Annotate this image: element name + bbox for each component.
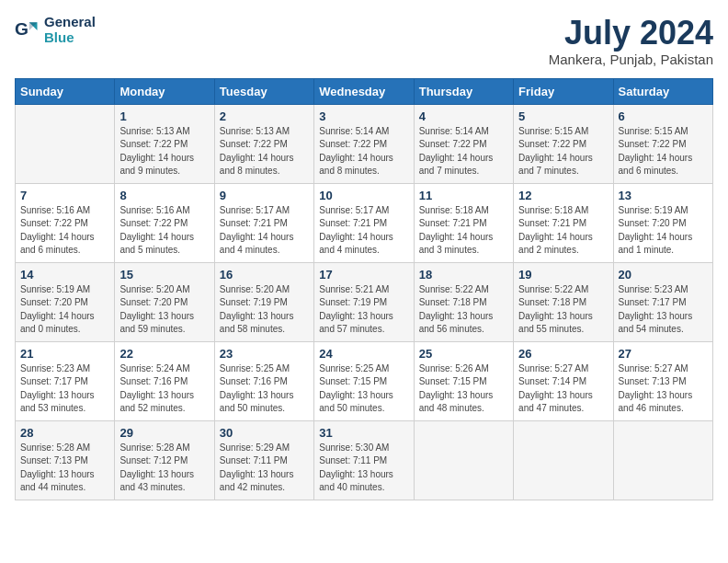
calendar-cell [16, 104, 115, 183]
logo-icon: G [15, 17, 40, 43]
day-number: 16 [220, 268, 309, 282]
day-info: Sunrise: 5:21 AMSunset: 7:19 PMDaylight:… [319, 283, 408, 337]
day-number: 5 [518, 109, 608, 123]
day-info: Sunrise: 5:18 AMSunset: 7:21 PMDaylight:… [419, 204, 508, 258]
day-number: 26 [518, 347, 608, 361]
calendar-cell [613, 420, 712, 500]
day-number: 31 [319, 426, 408, 440]
day-number: 6 [619, 109, 708, 123]
calendar-cell: 3Sunrise: 5:14 AMSunset: 7:22 PMDaylight… [314, 104, 414, 183]
day-info: Sunrise: 5:19 AMSunset: 7:20 PMDaylight:… [619, 204, 708, 258]
day-info: Sunrise: 5:15 AMSunset: 7:22 PMDaylight:… [518, 125, 608, 178]
day-info: Sunrise: 5:24 AMSunset: 7:16 PMDaylight:… [119, 362, 209, 416]
logo-text: General [44, 15, 96, 30]
day-number: 20 [619, 268, 708, 282]
day-info: Sunrise: 5:14 AMSunset: 7:22 PMDaylight:… [419, 125, 508, 178]
day-number: 21 [20, 347, 109, 361]
calendar-cell: 26Sunrise: 5:27 AMSunset: 7:14 PMDayligh… [514, 341, 613, 420]
header-sunday: Sunday [16, 78, 115, 104]
header-friday: Friday [514, 78, 613, 104]
day-info: Sunrise: 5:27 AMSunset: 7:13 PMDaylight:… [619, 362, 708, 416]
day-info: Sunrise: 5:30 AMSunset: 7:11 PMDaylight:… [319, 442, 408, 495]
calendar-cell: 23Sunrise: 5:25 AMSunset: 7:16 PMDayligh… [214, 341, 313, 420]
calendar-table: SundayMondayTuesdayWednesdayThursdayFrid… [15, 78, 713, 500]
calendar-cell: 12Sunrise: 5:18 AMSunset: 7:21 PMDayligh… [514, 183, 613, 262]
calendar-cell: 9Sunrise: 5:17 AMSunset: 7:21 PMDaylight… [214, 183, 313, 262]
day-number: 2 [220, 109, 309, 123]
calendar-cell: 11Sunrise: 5:18 AMSunset: 7:21 PMDayligh… [414, 183, 513, 262]
header-saturday: Saturday [613, 78, 712, 104]
calendar-cell: 1Sunrise: 5:13 AMSunset: 7:22 PMDaylight… [115, 104, 214, 183]
day-number: 17 [319, 268, 408, 282]
day-info: Sunrise: 5:17 AMSunset: 7:21 PMDaylight:… [319, 204, 408, 258]
day-info: Sunrise: 5:14 AMSunset: 7:22 PMDaylight:… [319, 125, 408, 178]
calendar-cell: 14Sunrise: 5:19 AMSunset: 7:20 PMDayligh… [16, 262, 115, 341]
day-number: 19 [518, 268, 608, 282]
day-info: Sunrise: 5:25 AMSunset: 7:16 PMDaylight:… [220, 362, 309, 416]
calendar-week-row: 7Sunrise: 5:16 AMSunset: 7:22 PMDaylight… [16, 183, 713, 262]
day-number: 18 [419, 268, 508, 282]
day-info: Sunrise: 5:26 AMSunset: 7:15 PMDaylight:… [419, 362, 508, 416]
day-number: 3 [319, 109, 408, 123]
calendar-cell: 5Sunrise: 5:15 AMSunset: 7:22 PMDaylight… [514, 104, 613, 183]
day-info: Sunrise: 5:22 AMSunset: 7:18 PMDaylight:… [419, 283, 508, 337]
day-info: Sunrise: 5:23 AMSunset: 7:17 PMDaylight:… [20, 362, 109, 416]
calendar-cell: 17Sunrise: 5:21 AMSunset: 7:19 PMDayligh… [314, 262, 414, 341]
day-number: 8 [119, 189, 209, 202]
calendar-week-row: 21Sunrise: 5:23 AMSunset: 7:17 PMDayligh… [16, 341, 713, 420]
calendar-cell: 29Sunrise: 5:28 AMSunset: 7:12 PMDayligh… [115, 420, 214, 500]
day-number: 22 [119, 347, 209, 361]
calendar-cell [414, 420, 513, 500]
calendar-cell: 21Sunrise: 5:23 AMSunset: 7:17 PMDayligh… [16, 341, 115, 420]
day-number: 9 [220, 189, 309, 202]
logo-blue-text: Blue [44, 30, 96, 46]
day-number: 4 [419, 109, 508, 123]
day-info: Sunrise: 5:13 AMSunset: 7:22 PMDaylight:… [119, 125, 209, 178]
calendar-cell: 16Sunrise: 5:20 AMSunset: 7:19 PMDayligh… [214, 262, 313, 341]
day-number: 28 [20, 426, 109, 440]
day-info: Sunrise: 5:22 AMSunset: 7:18 PMDaylight:… [518, 283, 608, 337]
day-info: Sunrise: 5:16 AMSunset: 7:22 PMDaylight:… [20, 204, 109, 258]
day-info: Sunrise: 5:29 AMSunset: 7:11 PMDaylight:… [220, 442, 309, 495]
calendar-cell: 27Sunrise: 5:27 AMSunset: 7:13 PMDayligh… [613, 341, 712, 420]
day-number: 7 [20, 189, 109, 202]
day-number: 29 [119, 426, 209, 440]
location: Mankera, Punjab, Pakistan [549, 52, 713, 67]
day-number: 12 [518, 189, 608, 202]
day-info: Sunrise: 5:27 AMSunset: 7:14 PMDaylight:… [518, 362, 608, 416]
calendar-cell: 22Sunrise: 5:24 AMSunset: 7:16 PMDayligh… [115, 341, 214, 420]
day-info: Sunrise: 5:16 AMSunset: 7:22 PMDaylight:… [119, 204, 209, 258]
calendar-cell: 31Sunrise: 5:30 AMSunset: 7:11 PMDayligh… [314, 420, 414, 500]
calendar-cell: 6Sunrise: 5:15 AMSunset: 7:22 PMDaylight… [613, 104, 712, 183]
header-thursday: Thursday [414, 78, 513, 104]
day-number: 10 [319, 189, 408, 202]
day-number: 11 [419, 189, 508, 202]
calendar-cell: 2Sunrise: 5:13 AMSunset: 7:22 PMDaylight… [214, 104, 313, 183]
day-info: Sunrise: 5:20 AMSunset: 7:20 PMDaylight:… [119, 283, 209, 337]
day-info: Sunrise: 5:13 AMSunset: 7:22 PMDaylight:… [220, 125, 309, 178]
svg-text:G: G [15, 19, 28, 39]
day-info: Sunrise: 5:18 AMSunset: 7:21 PMDaylight:… [518, 204, 608, 258]
calendar-cell: 28Sunrise: 5:28 AMSunset: 7:13 PMDayligh… [16, 420, 115, 500]
day-number: 27 [619, 347, 708, 361]
day-number: 24 [319, 347, 408, 361]
day-info: Sunrise: 5:19 AMSunset: 7:20 PMDaylight:… [20, 283, 109, 337]
calendar-cell [514, 420, 613, 500]
calendar-cell: 4Sunrise: 5:14 AMSunset: 7:22 PMDaylight… [414, 104, 513, 183]
day-number: 23 [220, 347, 309, 361]
logo: G General Blue [15, 15, 96, 45]
day-number: 15 [119, 268, 209, 282]
day-info: Sunrise: 5:20 AMSunset: 7:19 PMDaylight:… [220, 283, 309, 337]
calendar-cell: 24Sunrise: 5:25 AMSunset: 7:15 PMDayligh… [314, 341, 414, 420]
calendar-header-row: SundayMondayTuesdayWednesdayThursdayFrid… [16, 78, 713, 104]
calendar-cell: 19Sunrise: 5:22 AMSunset: 7:18 PMDayligh… [514, 262, 613, 341]
header-monday: Monday [115, 78, 214, 104]
calendar-week-row: 28Sunrise: 5:28 AMSunset: 7:13 PMDayligh… [16, 420, 713, 500]
day-info: Sunrise: 5:15 AMSunset: 7:22 PMDaylight:… [619, 125, 708, 178]
day-number: 13 [619, 189, 708, 202]
calendar-cell: 30Sunrise: 5:29 AMSunset: 7:11 PMDayligh… [214, 420, 313, 500]
day-number: 14 [20, 268, 109, 282]
month-title: July 2024 [549, 15, 713, 52]
calendar-week-row: 14Sunrise: 5:19 AMSunset: 7:20 PMDayligh… [16, 262, 713, 341]
calendar-cell: 13Sunrise: 5:19 AMSunset: 7:20 PMDayligh… [613, 183, 712, 262]
